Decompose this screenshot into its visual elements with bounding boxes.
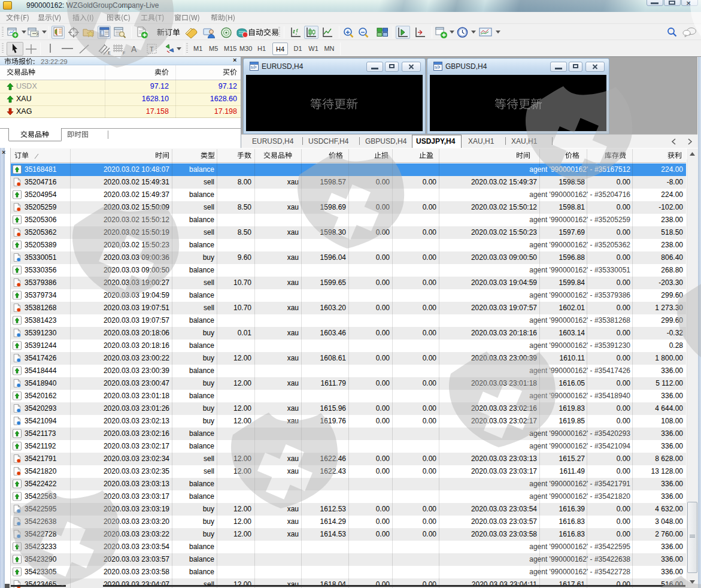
- svg-text:E: E: [108, 51, 111, 55]
- svg-text:F: F: [123, 51, 125, 55]
- svg-text:T: T: [150, 46, 154, 53]
